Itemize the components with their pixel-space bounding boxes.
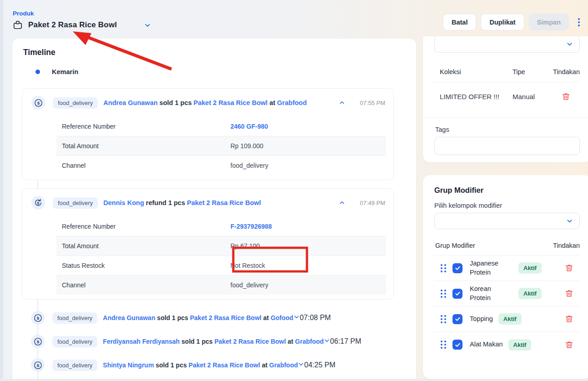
divider	[423, 117, 588, 118]
delete-trash-icon[interactable]	[565, 341, 573, 349]
action-text: sold 1 pcs	[156, 361, 186, 369]
modifier-checkbox[interactable]	[452, 340, 462, 350]
expand-chevron-down-icon[interactable]	[298, 361, 304, 369]
drag-handle-icon[interactable]	[441, 341, 446, 349]
actor-link[interactable]: Andrea Gunawan	[103, 99, 157, 106]
timeline-entry-sale-3: $ food_delivery Ferdiyansah Ferdiyansah …	[22, 330, 394, 353]
modifier-name: Alat Makan	[470, 340, 503, 349]
timeline-entry-refund: $ food_delivery Dennis Kong refund 1 pcs…	[22, 188, 394, 300]
channel-badge: food_delivery	[52, 336, 97, 347]
product-link[interactable]: Paket 2 Rasa Rice Bowl	[190, 314, 261, 321]
tags-input[interactable]	[434, 137, 580, 155]
breadcrumb[interactable]: Produk	[13, 10, 34, 17]
delete-trash-icon[interactable]	[565, 315, 573, 323]
detail-value: food_delivery	[231, 162, 268, 169]
detail-row: Reference Number 2460 GF-980	[56, 117, 386, 136]
timeline-dot	[35, 70, 40, 74]
actor-link[interactable]: Dennis Kong	[103, 199, 144, 206]
channel-link[interactable]: Gofood	[271, 314, 293, 321]
detail-label: Status Restock	[62, 262, 231, 269]
drag-handle-icon[interactable]	[441, 264, 446, 272]
product-link[interactable]: Paket 2 Rasa Rice Bowl	[214, 338, 286, 345]
modifier-row-japanese-protein: Japanese Protein Aktif	[434, 256, 580, 281]
modifier-name: Japanese Protein	[470, 259, 513, 277]
status-badge: Aktif	[508, 339, 532, 351]
column-tindakan: Tindakan	[553, 242, 580, 249]
left-edge-strip	[0, 0, 3, 381]
title-dropdown-chevron-icon[interactable]	[144, 22, 151, 29]
expand-chevron-down-icon[interactable]	[324, 337, 330, 346]
product-detail-page: Produk Paket 2 Rasa Rice Bowl Batal Dupl…	[0, 0, 588, 381]
detail-value: food_delivery	[231, 281, 268, 289]
collection-name: LIMITED OFFER !!!	[440, 93, 513, 100]
column-tipe: Tipe	[513, 68, 548, 75]
detail-value: Rp 67.100	[231, 242, 260, 250]
save-button[interactable]: Simpan	[529, 14, 569, 30]
sale-dollar-icon: $	[31, 311, 45, 325]
product-link[interactable]: Paket 2 Rasa Rice Bowl	[187, 199, 261, 206]
entry-summary: Andrea Gunawan sold 1 pcs Paket 2 Rasa R…	[103, 314, 293, 321]
delete-trash-icon[interactable]	[562, 92, 570, 101]
timeline-entry-sale-1: $ food_delivery Andrea Gunawan sold 1 pc…	[22, 88, 394, 180]
modifier-name: Korean Protein	[470, 285, 513, 302]
modifier-select[interactable]	[434, 213, 580, 229]
detail-row: Total Amount Rp 109.000	[56, 136, 386, 156]
action-text: refund 1 pcs	[146, 199, 185, 206]
collection-type: Manual	[513, 93, 548, 100]
action-text: sold 1 pcs	[160, 99, 192, 106]
collapse-chevron-up-icon[interactable]	[338, 99, 346, 107]
entry-time: 07:49 PM	[352, 200, 385, 206]
channel-link[interactable]: Grabfood	[269, 361, 298, 369]
modifier-group-card: Grup Modifier Pilih kelompok modifier Gr…	[423, 175, 588, 379]
drag-handle-icon[interactable]	[441, 315, 446, 323]
modifier-checkbox[interactable]	[452, 263, 462, 273]
entry-time: 04:25 PM	[304, 361, 335, 369]
channel-badge: food_delivery	[53, 197, 98, 209]
detail-label: Channel	[62, 281, 231, 289]
product-link[interactable]: Paket 2 Rasa Rice Bowl	[194, 99, 268, 106]
actor-link[interactable]: Ferdiyansah Ferdiyansah	[103, 338, 180, 345]
collections-table-header: Koleksi Tipe Tindakan	[434, 68, 580, 82]
delete-trash-icon[interactable]	[565, 264, 573, 272]
timeline-entry-sale-2: $ food_delivery Andrea Gunawan sold 1 pc…	[22, 306, 394, 330]
column-tindakan: Tindakan	[553, 68, 580, 75]
drag-handle-icon[interactable]	[441, 290, 446, 298]
more-options-kebab-icon[interactable]	[573, 15, 584, 29]
entry-summary: Shintya Ningrum sold 1 pcs Paket 2 Rasa …	[103, 361, 298, 369]
modifier-checkbox[interactable]	[452, 314, 462, 324]
detail-label: Total Amount	[62, 242, 231, 250]
page-title: Paket 2 Rasa Rice Bowl	[28, 20, 117, 30]
preposition-text: at	[263, 314, 269, 321]
action-text: sold 1 pcs	[157, 314, 188, 321]
status-badge: Aktif	[498, 313, 522, 325]
channel-link[interactable]: Grabfood	[295, 338, 324, 345]
status-badge: Aktif	[518, 288, 542, 299]
actor-link[interactable]: Andrea Gunawan	[103, 314, 155, 321]
reference-number-link[interactable]: 2460 GF-980	[231, 123, 268, 130]
product-link[interactable]: Paket 2 Rasa Rice Bowl	[189, 361, 260, 369]
timeline-entry-sale-4: $ food_delivery Shintya Ningrum sold 1 p…	[22, 353, 394, 377]
bottom-edge-strip	[0, 379, 588, 381]
collection-select[interactable]	[434, 35, 580, 53]
modifier-checkbox[interactable]	[452, 289, 462, 299]
channel-badge: food_delivery	[52, 360, 97, 371]
channel-link[interactable]: Grabfood	[277, 99, 307, 106]
svg-text:$: $	[37, 201, 40, 206]
entry-time: 07:55 PM	[352, 100, 385, 106]
detail-row: Reference Number F-2937926988	[56, 217, 386, 236]
actor-link[interactable]: Shintya Ningrum	[103, 361, 154, 369]
duplicate-button[interactable]: Duplikat	[481, 14, 524, 30]
delete-trash-icon[interactable]	[565, 289, 573, 298]
detail-label: Reference Number	[62, 223, 231, 230]
cancel-button[interactable]: Batal	[443, 14, 476, 30]
column-grup-modifier: Grup Modifier	[435, 242, 475, 249]
detail-row: Channel food_delivery	[56, 156, 386, 175]
sale-dollar-icon: $	[31, 358, 45, 372]
timeline-card: Timeline Kemarin $ food_delivery	[12, 39, 416, 381]
expand-chevron-down-icon[interactable]	[293, 314, 300, 322]
reference-number-link[interactable]: F-2937926988	[231, 223, 272, 230]
sale-dollar-icon: $	[31, 335, 45, 348]
sale-dollar-icon: $	[31, 96, 45, 110]
collapse-chevron-up-icon[interactable]	[338, 199, 346, 207]
refund-dollar-icon: $	[31, 196, 45, 210]
